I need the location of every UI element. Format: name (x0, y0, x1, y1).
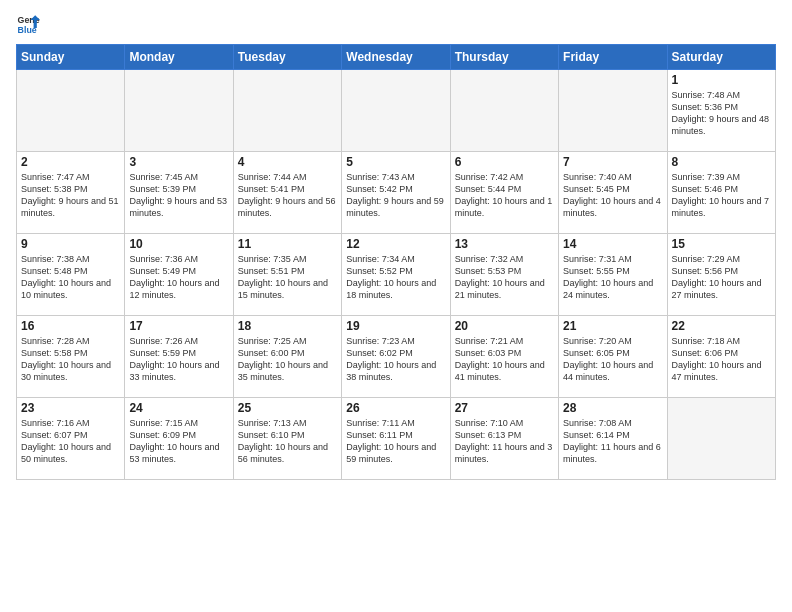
day-info: Sunrise: 7:10 AM Sunset: 6:13 PM Dayligh… (455, 417, 554, 466)
day-number: 21 (563, 319, 662, 333)
day-cell (342, 70, 450, 152)
day-cell: 27Sunrise: 7:10 AM Sunset: 6:13 PM Dayli… (450, 398, 558, 480)
day-info: Sunrise: 7:32 AM Sunset: 5:53 PM Dayligh… (455, 253, 554, 302)
day-cell: 1Sunrise: 7:48 AM Sunset: 5:36 PM Daylig… (667, 70, 775, 152)
day-number: 20 (455, 319, 554, 333)
day-cell: 14Sunrise: 7:31 AM Sunset: 5:55 PM Dayli… (559, 234, 667, 316)
day-cell: 28Sunrise: 7:08 AM Sunset: 6:14 PM Dayli… (559, 398, 667, 480)
day-info: Sunrise: 7:29 AM Sunset: 5:56 PM Dayligh… (672, 253, 771, 302)
weekday-header-saturday: Saturday (667, 45, 775, 70)
day-cell: 15Sunrise: 7:29 AM Sunset: 5:56 PM Dayli… (667, 234, 775, 316)
day-number: 12 (346, 237, 445, 251)
day-cell (17, 70, 125, 152)
day-cell: 26Sunrise: 7:11 AM Sunset: 6:11 PM Dayli… (342, 398, 450, 480)
day-number: 9 (21, 237, 120, 251)
day-cell: 5Sunrise: 7:43 AM Sunset: 5:42 PM Daylig… (342, 152, 450, 234)
day-number: 18 (238, 319, 337, 333)
day-info: Sunrise: 7:36 AM Sunset: 5:49 PM Dayligh… (129, 253, 228, 302)
day-number: 14 (563, 237, 662, 251)
logo-icon: General Blue (16, 12, 40, 36)
week-row-1: 1Sunrise: 7:48 AM Sunset: 5:36 PM Daylig… (17, 70, 776, 152)
day-number: 22 (672, 319, 771, 333)
header: General Blue (16, 12, 776, 36)
logo: General Blue (16, 12, 44, 36)
week-row-2: 2Sunrise: 7:47 AM Sunset: 5:38 PM Daylig… (17, 152, 776, 234)
day-cell: 2Sunrise: 7:47 AM Sunset: 5:38 PM Daylig… (17, 152, 125, 234)
day-cell: 10Sunrise: 7:36 AM Sunset: 5:49 PM Dayli… (125, 234, 233, 316)
day-cell (667, 398, 775, 480)
day-number: 2 (21, 155, 120, 169)
weekday-header-row: SundayMondayTuesdayWednesdayThursdayFrid… (17, 45, 776, 70)
day-cell: 23Sunrise: 7:16 AM Sunset: 6:07 PM Dayli… (17, 398, 125, 480)
week-row-5: 23Sunrise: 7:16 AM Sunset: 6:07 PM Dayli… (17, 398, 776, 480)
weekday-header-friday: Friday (559, 45, 667, 70)
day-number: 24 (129, 401, 228, 415)
day-cell (559, 70, 667, 152)
day-cell: 19Sunrise: 7:23 AM Sunset: 6:02 PM Dayli… (342, 316, 450, 398)
day-cell (233, 70, 341, 152)
day-info: Sunrise: 7:15 AM Sunset: 6:09 PM Dayligh… (129, 417, 228, 466)
day-cell (450, 70, 558, 152)
day-info: Sunrise: 7:28 AM Sunset: 5:58 PM Dayligh… (21, 335, 120, 384)
day-number: 7 (563, 155, 662, 169)
day-cell: 13Sunrise: 7:32 AM Sunset: 5:53 PM Dayli… (450, 234, 558, 316)
day-info: Sunrise: 7:42 AM Sunset: 5:44 PM Dayligh… (455, 171, 554, 220)
week-row-3: 9Sunrise: 7:38 AM Sunset: 5:48 PM Daylig… (17, 234, 776, 316)
day-number: 19 (346, 319, 445, 333)
day-number: 4 (238, 155, 337, 169)
day-cell: 20Sunrise: 7:21 AM Sunset: 6:03 PM Dayli… (450, 316, 558, 398)
week-row-4: 16Sunrise: 7:28 AM Sunset: 5:58 PM Dayli… (17, 316, 776, 398)
day-info: Sunrise: 7:45 AM Sunset: 5:39 PM Dayligh… (129, 171, 228, 220)
day-cell: 25Sunrise: 7:13 AM Sunset: 6:10 PM Dayli… (233, 398, 341, 480)
day-cell: 21Sunrise: 7:20 AM Sunset: 6:05 PM Dayli… (559, 316, 667, 398)
day-info: Sunrise: 7:08 AM Sunset: 6:14 PM Dayligh… (563, 417, 662, 466)
weekday-header-sunday: Sunday (17, 45, 125, 70)
day-info: Sunrise: 7:26 AM Sunset: 5:59 PM Dayligh… (129, 335, 228, 384)
day-cell: 7Sunrise: 7:40 AM Sunset: 5:45 PM Daylig… (559, 152, 667, 234)
day-number: 1 (672, 73, 771, 87)
day-cell (125, 70, 233, 152)
day-number: 25 (238, 401, 337, 415)
weekday-header-thursday: Thursday (450, 45, 558, 70)
weekday-header-tuesday: Tuesday (233, 45, 341, 70)
day-cell: 22Sunrise: 7:18 AM Sunset: 6:06 PM Dayli… (667, 316, 775, 398)
calendar: SundayMondayTuesdayWednesdayThursdayFrid… (16, 44, 776, 480)
day-cell: 11Sunrise: 7:35 AM Sunset: 5:51 PM Dayli… (233, 234, 341, 316)
day-info: Sunrise: 7:31 AM Sunset: 5:55 PM Dayligh… (563, 253, 662, 302)
weekday-header-monday: Monday (125, 45, 233, 70)
day-number: 13 (455, 237, 554, 251)
day-info: Sunrise: 7:16 AM Sunset: 6:07 PM Dayligh… (21, 417, 120, 466)
day-info: Sunrise: 7:43 AM Sunset: 5:42 PM Dayligh… (346, 171, 445, 220)
day-number: 11 (238, 237, 337, 251)
day-cell: 24Sunrise: 7:15 AM Sunset: 6:09 PM Dayli… (125, 398, 233, 480)
day-number: 17 (129, 319, 228, 333)
day-info: Sunrise: 7:40 AM Sunset: 5:45 PM Dayligh… (563, 171, 662, 220)
day-info: Sunrise: 7:21 AM Sunset: 6:03 PM Dayligh… (455, 335, 554, 384)
day-info: Sunrise: 7:25 AM Sunset: 6:00 PM Dayligh… (238, 335, 337, 384)
day-number: 16 (21, 319, 120, 333)
day-info: Sunrise: 7:11 AM Sunset: 6:11 PM Dayligh… (346, 417, 445, 466)
day-cell: 8Sunrise: 7:39 AM Sunset: 5:46 PM Daylig… (667, 152, 775, 234)
day-info: Sunrise: 7:23 AM Sunset: 6:02 PM Dayligh… (346, 335, 445, 384)
day-info: Sunrise: 7:13 AM Sunset: 6:10 PM Dayligh… (238, 417, 337, 466)
day-info: Sunrise: 7:48 AM Sunset: 5:36 PM Dayligh… (672, 89, 771, 138)
day-number: 10 (129, 237, 228, 251)
day-number: 23 (21, 401, 120, 415)
weekday-header-wednesday: Wednesday (342, 45, 450, 70)
day-cell: 4Sunrise: 7:44 AM Sunset: 5:41 PM Daylig… (233, 152, 341, 234)
day-number: 27 (455, 401, 554, 415)
day-number: 3 (129, 155, 228, 169)
day-number: 28 (563, 401, 662, 415)
day-info: Sunrise: 7:44 AM Sunset: 5:41 PM Dayligh… (238, 171, 337, 220)
day-info: Sunrise: 7:18 AM Sunset: 6:06 PM Dayligh… (672, 335, 771, 384)
day-info: Sunrise: 7:39 AM Sunset: 5:46 PM Dayligh… (672, 171, 771, 220)
day-info: Sunrise: 7:20 AM Sunset: 6:05 PM Dayligh… (563, 335, 662, 384)
day-info: Sunrise: 7:47 AM Sunset: 5:38 PM Dayligh… (21, 171, 120, 220)
day-cell: 18Sunrise: 7:25 AM Sunset: 6:00 PM Dayli… (233, 316, 341, 398)
day-number: 8 (672, 155, 771, 169)
day-number: 6 (455, 155, 554, 169)
day-info: Sunrise: 7:35 AM Sunset: 5:51 PM Dayligh… (238, 253, 337, 302)
day-info: Sunrise: 7:38 AM Sunset: 5:48 PM Dayligh… (21, 253, 120, 302)
day-cell: 16Sunrise: 7:28 AM Sunset: 5:58 PM Dayli… (17, 316, 125, 398)
day-cell: 9Sunrise: 7:38 AM Sunset: 5:48 PM Daylig… (17, 234, 125, 316)
